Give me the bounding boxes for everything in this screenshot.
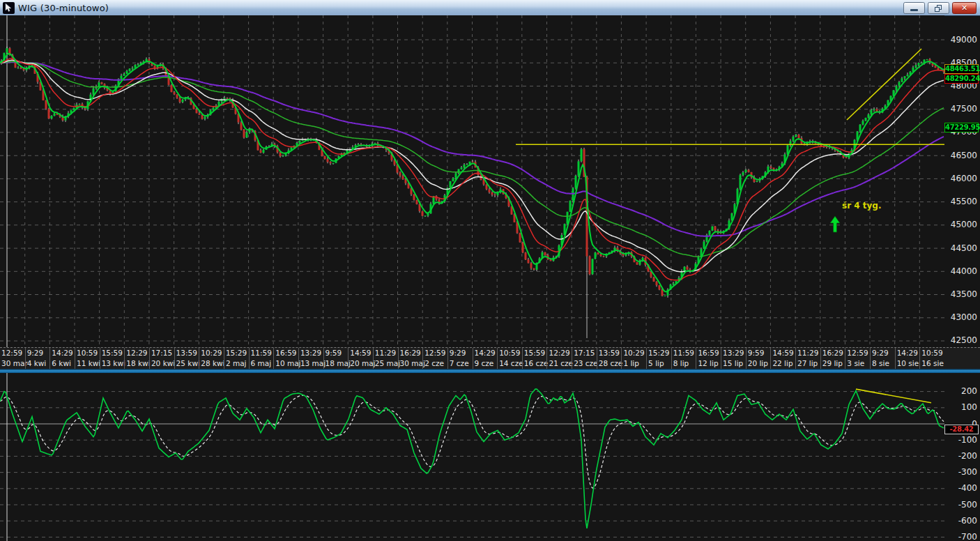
oscillator-signal-line (0, 395, 944, 488)
x-axis-time-label: 10:29 (199, 348, 224, 358)
x-axis-time-label: 13:29 (299, 348, 323, 358)
x-axis-date-label: 28 cze (597, 358, 622, 369)
x-axis-column: 12:2921 cze (546, 348, 572, 369)
minimize-icon (910, 9, 918, 11)
lower-gridlines (0, 392, 944, 538)
x-axis-column: 13:5928 cze (597, 348, 622, 369)
x-axis-date-label: 10 maj (274, 358, 298, 369)
x-axis-date-label: 20 maj (349, 358, 373, 369)
x-axis-time-label: 17:15 (150, 348, 174, 358)
x-axis-time-label: 10:59 (498, 348, 522, 358)
main-y-axis-label: 42500 (945, 335, 977, 346)
restore-icon (935, 5, 942, 13)
x-axis-date-label: 13 maj (299, 358, 323, 369)
app-window: WIG (30-minutowo) ✕ 49000485004800047500… (0, 0, 980, 541)
x-axis-column: 10:2928 kwi (199, 348, 224, 369)
up-arrow-icon (829, 216, 841, 236)
oscillator-value: -28.42 (950, 425, 974, 433)
x-axis-date-label: 22 lip (771, 358, 795, 369)
x-axis-date-label: 23 cze (572, 358, 597, 369)
x-axis-time-label: 15:59 (100, 348, 125, 358)
main-y-axis-label: 44000 (945, 266, 977, 277)
x-axis-time-label: 14:59 (771, 348, 795, 358)
x-axis-date-label: 29 lip (821, 358, 845, 369)
x-axis-column: 14:5920 maj (348, 348, 373, 369)
x-axis-time-label: 15:29 (647, 348, 671, 358)
x-axis-date-label: 10 sie (896, 358, 920, 369)
x-axis-time-label: 17:15 (572, 348, 597, 358)
x-axis-date-label: 15 lip (721, 358, 746, 369)
x-axis-date-label: 4 kwi (26, 358, 50, 369)
main-price-chart[interactable] (0, 15, 944, 347)
oscillator-chart[interactable] (0, 373, 944, 541)
x-axis-time-label: 15:59 (523, 348, 547, 358)
x-axis-time-label: 13:59 (175, 348, 199, 358)
x-axis-date-label: 16 sie (920, 358, 944, 369)
x-axis-time-label: 16:59 (696, 348, 721, 358)
x-axis-date-label: 27 lip (796, 358, 820, 369)
x-axis-date-label: 18 maj (324, 358, 349, 369)
title-bar[interactable]: WIG (30-minutowo) ✕ (0, 0, 980, 16)
x-axis-column: 14:2910 sie (895, 348, 920, 369)
x-axis-time-label: 10:29 (622, 348, 646, 358)
x-axis-time-label: 9:59 (747, 348, 771, 358)
x-axis-date-label: 25 maj (374, 358, 398, 369)
x-axis-date-label: 16 cze (523, 358, 547, 369)
main-y-axis-label: 44500 (945, 243, 977, 254)
x-axis-column: 10:291 lip (621, 348, 646, 369)
x-axis-column: 9:5920 lip (746, 348, 771, 369)
x-axis-time-label: 14:59 (349, 348, 373, 358)
main-y-axis-label: 45000 (945, 220, 977, 230)
x-axis-time-label: 12:59 (845, 348, 870, 358)
x-axis-column: 9:294 kwi (25, 348, 50, 369)
x-axis-date-label: 20 lip (747, 358, 771, 369)
x-axis-column: 15:5916 cze (522, 348, 547, 369)
x-axis-column: 11:2927 lip (795, 348, 820, 369)
x-axis-time-label: 9:29 (448, 348, 473, 358)
minimize-button[interactable] (903, 2, 925, 14)
x-axis-date-label: 3 sie (845, 358, 870, 369)
x-axis-date-label: 8 sie (871, 358, 895, 369)
restore-button[interactable] (928, 2, 949, 14)
x-axis-column: 15:292 maj (224, 348, 249, 369)
x-axis-time-label: 13:29 (721, 348, 746, 358)
x-axis-column: 13:2915 lip (721, 348, 746, 369)
x-axis-time-label: 12:59 (0, 348, 25, 358)
x-axis-column: 12:592 cze (422, 348, 447, 369)
x-axis-date-label: 1 lip (622, 358, 646, 369)
x-axis-date-label: 28 kwi (199, 358, 224, 369)
x-axis-column: 9:297 cze (447, 348, 473, 369)
x-axis-column: 11:2925 maj (373, 348, 398, 369)
x-axis-time-label: 15:29 (224, 348, 249, 358)
price-box-indicator-value: 48463.51 (945, 65, 980, 73)
x-axis-time-label: 16:29 (399, 348, 423, 358)
x-axis-date-label: 21 cze (547, 358, 572, 369)
price-box-indicator: 48463.51 (944, 64, 979, 74)
x-axis-date-label: 13 kwi (100, 358, 125, 369)
x-axis-column: 11:598 lip (671, 348, 696, 369)
main-y-axis-label: 45500 (945, 197, 977, 207)
x-axis-time-label: 14:29 (896, 348, 920, 358)
x-axis-column: 12:593 sie (845, 348, 870, 369)
x-axis-time-label: 9:29 (871, 348, 895, 358)
main-y-axis-label: 46500 (945, 151, 977, 161)
lower-y-axis-label: -300 (945, 467, 977, 478)
x-axis-column: 11:596 maj (249, 348, 274, 369)
x-axis-time-label: 14:29 (50, 348, 75, 358)
x-axis-date-label: 6 maj (250, 358, 274, 369)
x-axis-time-label: 11:59 (250, 348, 274, 358)
x-axis-column: 16:2929 lip (820, 348, 845, 369)
lower-y-axis-label: 100 (945, 402, 977, 413)
main-y-axis-label: 49000 (945, 35, 977, 45)
x-axis-column: 16:2930 maj (398, 348, 423, 369)
app-icon (3, 2, 15, 14)
close-button[interactable]: ✕ (952, 2, 977, 14)
x-axis-column: 12:2918 kwi (124, 348, 149, 369)
x-axis: 12:5930 mar9:294 kwi14:296 kwi10:5911 kw… (0, 347, 980, 369)
x-axis-date-label: 2 maj (224, 358, 249, 369)
x-axis-time-label: 12:29 (547, 348, 572, 358)
x-axis-date-label: 12 lip (696, 358, 721, 369)
price-box-last: 48290.24 (944, 74, 979, 84)
price-box-ma-value: 47229.95 (945, 123, 980, 131)
x-axis-time-label: 11:29 (374, 348, 398, 358)
